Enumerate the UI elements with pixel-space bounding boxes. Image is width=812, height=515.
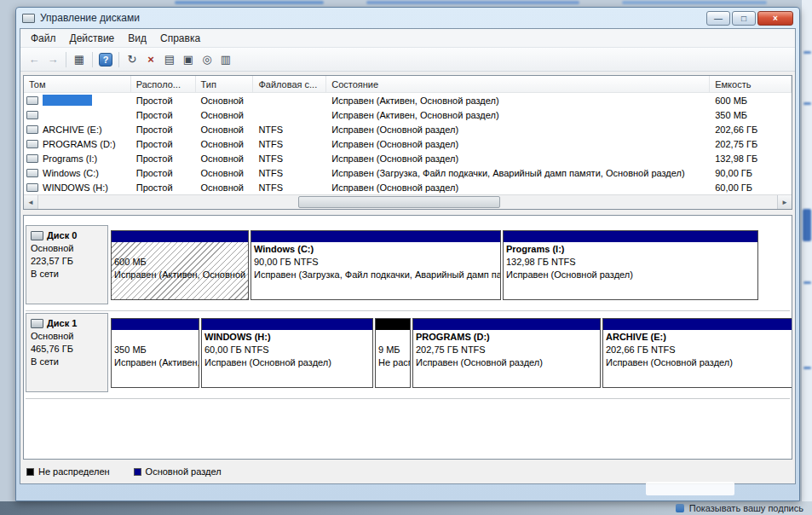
volume-row-programs-d[interactable]: PROGRAMS (D:) Простой Основной NTFS Испр… bbox=[24, 136, 792, 151]
partition-system-600mb[interactable]: 600 МБ Исправен (Активен, Основной разде… bbox=[111, 230, 249, 300]
desktop-artifact bbox=[802, 0, 812, 515]
column-header-volume[interactable]: Том bbox=[24, 76, 131, 92]
disk-info-1[interactable]: Диск 1 Основной 465,76 ГБ В сети bbox=[26, 313, 108, 392]
volume-list: Том Располо... Тип Файловая с... Состоян… bbox=[23, 75, 792, 210]
background-taskbar: Показывать вашу подпись bbox=[0, 501, 812, 515]
column-header-filesystem[interactable]: Файловая с... bbox=[253, 76, 326, 92]
partition-unallocated-9mb[interactable]: 9 МБ Не распределен bbox=[375, 318, 411, 388]
table-header: Том Располо... Тип Файловая с... Состоян… bbox=[24, 76, 792, 93]
partition-color-bar bbox=[413, 319, 600, 330]
graphical-view: Диск 0 Основной 223,57 ГБ В сети 600 МБ bbox=[23, 215, 792, 460]
drive-icon bbox=[26, 96, 38, 105]
desktop-artifact bbox=[175, 1, 324, 4]
disk-icon bbox=[31, 231, 43, 240]
horizontal-scrollbar[interactable]: ◄ ► bbox=[24, 194, 792, 209]
menu-action[interactable]: Действие bbox=[63, 31, 122, 46]
console-tree-icon[interactable]: ▦ bbox=[70, 51, 89, 68]
open-folder-icon[interactable]: ▣ bbox=[179, 51, 198, 68]
close-button[interactable]: × bbox=[757, 11, 793, 26]
scroll-left-icon[interactable]: ◄ bbox=[24, 195, 38, 209]
partition-color-bar bbox=[504, 231, 757, 242]
signature-icon bbox=[676, 504, 684, 512]
maximize-button[interactable]: □ bbox=[732, 11, 756, 26]
toolbar: ← → ▦ ? ↻ × ▤ ▣ ◎ ▥ bbox=[20, 48, 795, 72]
column-header-status[interactable]: Состояние bbox=[326, 76, 710, 92]
partition-windows-h[interactable]: WINDOWS (H:) 60,00 ГБ NTFS Исправен (Осн… bbox=[201, 318, 373, 388]
drive-icon bbox=[26, 154, 38, 163]
help-icon[interactable]: ? bbox=[99, 53, 112, 67]
partition-color-bar bbox=[112, 231, 248, 242]
disk-row-1: Диск 1 Основной 465,76 ГБ В сети 350 МБ bbox=[26, 313, 790, 399]
forward-icon[interactable]: → bbox=[43, 51, 62, 68]
unallocated-color-swatch bbox=[26, 468, 34, 476]
censored-volume-label bbox=[43, 95, 92, 106]
partition-color-bar bbox=[376, 319, 410, 330]
volume-row-windows-h[interactable]: WINDOWS (H:) Простой Основной NTFS Испра… bbox=[24, 180, 792, 194]
delete-icon[interactable]: × bbox=[141, 51, 160, 68]
partition-system-350mb[interactable]: 350 МБ Исправен (Активен, Основной разде… bbox=[111, 318, 199, 388]
disk-icon bbox=[31, 319, 43, 328]
menu-file[interactable]: Файл bbox=[24, 31, 63, 46]
partition-color-bar bbox=[603, 319, 792, 330]
disk-row-0: Диск 0 Основной 223,57 ГБ В сети 600 МБ bbox=[26, 225, 790, 311]
back-icon[interactable]: ← bbox=[25, 51, 43, 68]
column-header-capacity[interactable]: Емкость bbox=[710, 76, 792, 92]
primary-partition-color-swatch bbox=[134, 468, 141, 476]
refresh-icon[interactable]: ↻ bbox=[123, 51, 141, 68]
menu-bar: Файл Действие Вид Справка bbox=[20, 29, 795, 48]
partition-strip-0: 600 МБ Исправен (Активен, Основной разде… bbox=[111, 225, 790, 310]
legend-unallocated: Не распределен bbox=[26, 466, 110, 477]
desktop-artifact bbox=[646, 482, 734, 495]
drive-icon bbox=[26, 125, 38, 134]
main-area: Том Располо... Тип Файловая с... Состоян… bbox=[20, 72, 795, 483]
partition-archive-e[interactable]: ARCHIVE (E:) 202,66 ГБ NTFS Исправен (Ос… bbox=[602, 318, 792, 388]
partition-strip-1: 350 МБ Исправен (Активен, Основной разде… bbox=[111, 313, 792, 398]
disk-management-window: Управление дисками — □ × Файл Действие В… bbox=[15, 7, 800, 501]
drive-icon bbox=[26, 140, 38, 148]
volume-row-system-350mb[interactable]: Простой Основной Исправен (Активен, Осно… bbox=[24, 107, 792, 122]
drive-icon bbox=[26, 169, 38, 177]
volume-row-system-600mb[interactable]: Простой Основной Исправен (Активен, Осно… bbox=[24, 93, 792, 107]
menu-help[interactable]: Справка bbox=[153, 31, 207, 46]
toolbar-separator bbox=[118, 52, 119, 67]
scrollbar-track[interactable] bbox=[38, 195, 777, 209]
scrollbar-thumb[interactable] bbox=[298, 196, 500, 208]
partition-programs-i[interactable]: Programs (I:) 132,98 ГБ NTFS Исправен (О… bbox=[503, 230, 758, 300]
volume-row-archive-e[interactable]: ARCHIVE (E:) Простой Основной NTFS Испра… bbox=[24, 122, 792, 136]
desktop-artifact bbox=[366, 1, 579, 4]
desktop: Показывать вашу подпись Управление диска… bbox=[0, 0, 812, 515]
titlebar[interactable]: Управление дисками — □ × bbox=[20, 8, 796, 28]
drive-icon bbox=[26, 183, 38, 192]
minimize-button[interactable]: — bbox=[706, 11, 730, 26]
column-header-layout[interactable]: Располо... bbox=[131, 76, 196, 92]
volume-row-programs-i[interactable]: Programs (I:) Простой Основной NTFS Испр… bbox=[24, 151, 792, 165]
window-bottom-frame bbox=[20, 484, 796, 497]
find-icon[interactable]: ◎ bbox=[198, 51, 216, 68]
background-text: Показывать вашу подпись bbox=[689, 503, 803, 513]
volume-row-windows-c[interactable]: Windows (C:) Простой Основной NTFS Испра… bbox=[24, 165, 792, 180]
desktop-artifact bbox=[622, 1, 767, 4]
drive-icon bbox=[26, 111, 38, 119]
properties-icon[interactable]: ▤ bbox=[160, 51, 179, 68]
legend-primary-partition: Основной раздел bbox=[134, 466, 222, 477]
toolbar-separator bbox=[92, 52, 93, 67]
toolbar-separator bbox=[66, 52, 66, 67]
window-icon bbox=[22, 14, 35, 23]
column-header-type[interactable]: Тип bbox=[196, 76, 254, 92]
partition-color-bar bbox=[112, 319, 199, 330]
window-title: Управление дисками bbox=[40, 12, 140, 24]
disk-view-icon[interactable]: ▥ bbox=[216, 51, 235, 68]
partition-windows-c[interactable]: Windows (C:) 90,00 ГБ NTFS Исправен (Заг… bbox=[251, 230, 501, 300]
legend: Не распределен Основной раздел bbox=[26, 466, 792, 477]
partition-color-bar bbox=[251, 231, 500, 242]
window-client-area: Файл Действие Вид Справка ← → ▦ ? ↻ × ▤ … bbox=[20, 28, 796, 484]
disk-info-0[interactable]: Диск 0 Основной 223,57 ГБ В сети bbox=[26, 225, 108, 304]
menu-view[interactable]: Вид bbox=[121, 31, 153, 46]
partition-color-bar bbox=[202, 319, 372, 330]
scroll-right-icon[interactable]: ► bbox=[777, 195, 792, 209]
partition-programs-d[interactable]: PROGRAMS (D:) 202,75 ГБ NTFS Исправен (О… bbox=[412, 318, 601, 388]
